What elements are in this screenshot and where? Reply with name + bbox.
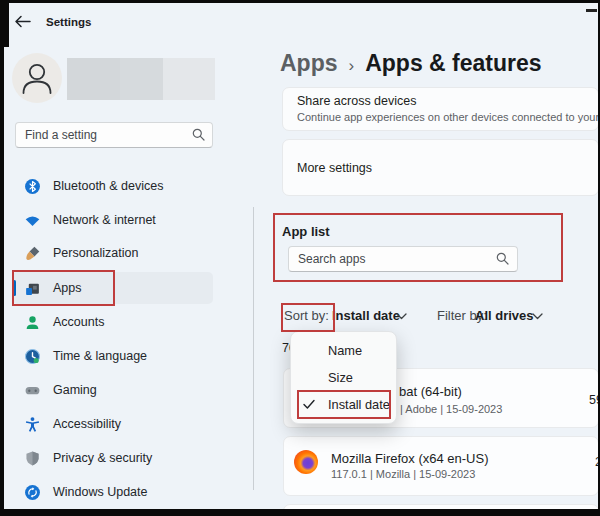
filter-by-value[interactable]: All drives <box>475 308 534 323</box>
card-subtitle: Continue app experiences on other device… <box>297 111 598 123</box>
minimize-button[interactable] <box>586 9 597 12</box>
sidebar-item-apps[interactable]: Apps <box>12 272 213 304</box>
gaming-icon <box>24 382 41 399</box>
menu-item-label: Name <box>328 343 362 358</box>
frame-border-notch <box>0 0 9 47</box>
breadcrumb-parent[interactable]: Apps <box>280 50 338 77</box>
privacy-security-icon <box>24 450 41 467</box>
app-name: Mozilla Firefox (x64 en-US) <box>331 451 489 466</box>
sidebar-item-windows-update[interactable]: Windows Update <box>12 476 213 508</box>
sort-by-value[interactable]: Install date <box>332 308 400 323</box>
breadcrumb-separator-icon: › <box>349 56 355 76</box>
card-share-across-devices[interactable]: Share across devices Continue app experi… <box>282 87 599 131</box>
card-more-settings[interactable]: More settings <box>282 139 599 196</box>
menu-item-install-date[interactable]: Install date <box>291 391 396 418</box>
frame-border-bottom <box>0 509 600 516</box>
sidebar-item-label: Accounts <box>53 315 104 329</box>
apps-icon <box>24 280 41 297</box>
window-title: Settings <box>46 16 91 28</box>
network-icon <box>24 212 41 229</box>
app-row-firefox[interactable]: Mozilla Firefox (x64 en-US) 117.0.1 | Mo… <box>283 436 599 496</box>
card-title: Share across devices <box>297 94 598 108</box>
settings-search <box>15 122 213 148</box>
sidebar-item-gaming[interactable]: Gaming <box>12 374 213 406</box>
user-email-redacted <box>163 58 215 100</box>
sidebar-item-personalization[interactable]: Personalization <box>12 237 213 269</box>
menu-item-label: Install date <box>328 397 390 412</box>
time-language-icon <box>24 348 41 365</box>
bluetooth-icon <box>24 178 41 195</box>
menu-item-name[interactable]: Name <box>291 337 396 364</box>
menu-item-label: Size <box>328 370 353 385</box>
app-name: bat (64-bit) <box>399 384 462 399</box>
settings-search-input[interactable] <box>15 122 213 148</box>
sort-filter-bar: Sort by: Install date Filter by: All dri… <box>284 308 554 326</box>
user-avatar[interactable] <box>12 53 62 103</box>
personalization-icon <box>24 245 41 262</box>
app-search-input[interactable] <box>288 246 518 272</box>
back-arrow-icon <box>14 15 31 28</box>
sidebar-item-time-language[interactable]: Time & language <box>12 340 213 372</box>
windows-update-icon <box>24 484 41 501</box>
page-title: Apps & features <box>365 50 541 77</box>
search-icon <box>496 252 509 265</box>
checkmark-icon <box>303 399 315 410</box>
sidebar-item-accounts[interactable]: Accounts <box>12 306 213 338</box>
menu-item-size[interactable]: Size <box>291 364 396 391</box>
app-meta: | Adobe | 15-09-2023 <box>400 403 502 415</box>
settings-window: Settings Bluetooth & devices Network & i… <box>0 0 600 516</box>
card-title: More settings <box>297 161 372 175</box>
app-search <box>288 246 518 272</box>
sidebar-item-label: Personalization <box>53 246 138 260</box>
back-button[interactable] <box>14 14 34 30</box>
sidebar-item-network[interactable]: Network & internet <box>12 204 213 236</box>
accounts-icon <box>24 314 41 331</box>
sidebar-item-label: Bluetooth & devices <box>53 179 164 193</box>
user-name-redacted <box>67 58 120 100</box>
sidebar-item-label: Windows Update <box>53 485 148 499</box>
sidebar-item-label: Apps <box>53 281 82 295</box>
search-icon <box>192 128 205 141</box>
sidebar-item-label: Network & internet <box>53 213 156 227</box>
settings-screen: Settings Bluetooth & devices Network & i… <box>0 0 600 516</box>
selected-indicator <box>13 280 16 296</box>
breadcrumb: Apps › Apps & features <box>280 50 542 77</box>
sidebar-item-accessibility[interactable]: Accessibility <box>12 408 213 440</box>
chevron-down-icon[interactable] <box>532 313 543 320</box>
user-name-redacted <box>120 58 163 100</box>
chevron-down-icon[interactable] <box>396 313 407 320</box>
frame-border-top <box>0 0 600 3</box>
sidebar-item-label: Accessibility <box>53 417 121 431</box>
sidebar-item-label: Gaming <box>53 383 97 397</box>
sort-by-label: Sort by: <box>284 308 329 323</box>
sidebar-item-label: Privacy & security <box>53 451 152 465</box>
sidebar-item-privacy-security[interactable]: Privacy & security <box>12 442 213 474</box>
app-meta: 117.0.1 | Mozilla | 15-09-2023 <box>331 468 475 480</box>
sidebar-item-bluetooth[interactable]: Bluetooth & devices <box>12 170 213 202</box>
accessibility-icon <box>24 416 41 433</box>
app-list-heading: App list <box>282 224 330 239</box>
sidebar-item-label: Time & language <box>53 349 147 363</box>
sidebar-content-divider <box>253 207 254 490</box>
sort-dropdown-menu: Name Size Install date <box>290 331 397 424</box>
frame-border-left <box>0 0 4 516</box>
firefox-icon <box>294 450 318 474</box>
